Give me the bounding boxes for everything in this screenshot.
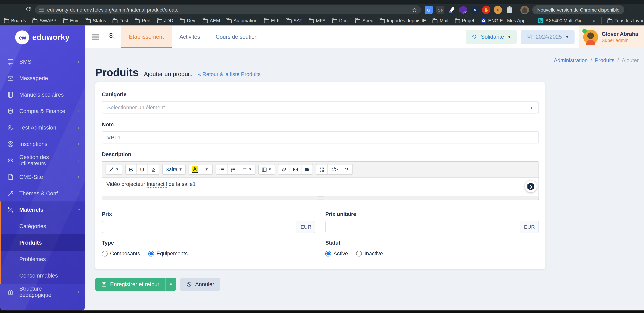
radio-inactive[interactable]: Inactive (356, 250, 383, 256)
chrome-update-button[interactable]: Nouvelle version de Chrome disponible (532, 5, 624, 14)
bookmark-item[interactable]: Mail (433, 18, 448, 23)
tab-etablissement[interactable]: Établissement (121, 26, 172, 48)
sidebar-item-inscriptions[interactable]: Inscriptions‹ (0, 136, 85, 152)
radio-active[interactable]: Active (325, 250, 348, 256)
bookmark-item[interactable]: Boards (4, 18, 26, 23)
pen-extension-icon[interactable] (448, 6, 456, 14)
name-input[interactable] (102, 131, 539, 144)
bookmark-item[interactable]: Test (112, 18, 128, 23)
forward-icon[interactable]: → (14, 7, 22, 13)
bookmark-star-icon[interactable]: ☆ (412, 7, 417, 13)
bookmark-item[interactable]: Spec (356, 18, 373, 23)
radio-equipements[interactable]: Équipements (148, 250, 188, 256)
code-view-button[interactable]: </> (328, 164, 341, 174)
paragraph-align-button[interactable]: ▼ (239, 164, 255, 174)
bookmark-item[interactable]: JDD (157, 18, 173, 23)
sidebar-item-messagerie[interactable]: Messagerie (0, 70, 85, 86)
radio-composants[interactable]: Composants (102, 250, 140, 256)
bookmark-item[interactable]: Dev. (180, 18, 196, 23)
bookmark-item[interactable]: SWAPP (32, 18, 56, 23)
adblock-extension-icon[interactable]: ✋ (482, 6, 490, 14)
sidebar-item-categories[interactable]: Catégories (1, 218, 85, 234)
extensions-puzzle-icon[interactable] (505, 6, 513, 14)
bookmark-item[interactable]: Perf (135, 18, 150, 23)
sidebar-item-sms[interactable]: SMS‹ (0, 54, 85, 70)
radio-active-input[interactable] (325, 250, 331, 256)
sidebar-item-materiels[interactable]: Matériels‹ (1, 201, 85, 218)
extension-overlay-button[interactable]: ❯ (525, 180, 537, 192)
save-dropdown-caret[interactable]: ▼ (165, 278, 176, 290)
selenium-extension-icon[interactable]: Se (436, 6, 444, 14)
save-button[interactable]: Enregistrer et retour ▼ (95, 278, 176, 290)
sidebar-item-themes[interactable]: Thèmes & Conf.‹ (0, 185, 85, 201)
radio-inactive-input[interactable] (356, 250, 362, 256)
bookmark-item-engie[interactable]: ENGIE - Mes Appli... (481, 18, 532, 23)
site-settings-icon[interactable] (39, 8, 44, 12)
sidebar-item-problemes[interactable]: Problèmes (1, 251, 85, 267)
translate-extension-icon[interactable]: G (425, 6, 433, 14)
unit-price-input[interactable] (325, 221, 520, 233)
radio-equipements-input[interactable] (148, 250, 154, 256)
sidebar-item-test-admission[interactable]: Test Admission‹ (0, 119, 85, 136)
reload-icon[interactable] (26, 6, 31, 14)
bold-button[interactable]: B (126, 164, 137, 174)
price-input[interactable] (102, 221, 297, 233)
all-bookmarks-button[interactable]: Tous les favoris (608, 18, 644, 23)
sidebar-item-consommables[interactable]: Consommables (1, 267, 85, 284)
magic-style-button[interactable]: ▼ (106, 164, 122, 174)
url-bar[interactable]: eduworky-demo-env.ftdev.org/admin/materi… (35, 5, 421, 14)
tampermonkey-extension-icon[interactable]: 26 (459, 6, 467, 14)
bookmark-item[interactable]: SAT (286, 18, 302, 23)
user-menu[interactable]: Glover Abraha Super admin (579, 26, 644, 48)
cookie-extension-icon[interactable]: ● (494, 6, 502, 14)
bookmark-item[interactable]: MFA (309, 18, 326, 23)
bookmark-item[interactable]: Projet (455, 18, 474, 23)
bookmark-item-router[interactable]: tpAX5400 Multi-Gig... (538, 18, 586, 23)
ordered-list-button[interactable] (228, 164, 239, 174)
table-button[interactable]: ▼ (258, 164, 274, 174)
campus-selector-button[interactable]: Solidarité▼ (466, 30, 517, 44)
url-text[interactable]: eduworky-demo-env.ftdev.org/admin/materi… (47, 7, 409, 13)
dark-extension-icon[interactable]: > (471, 6, 479, 14)
tab-activites[interactable]: Activités (172, 26, 208, 48)
bookmark-item[interactable]: Importés depuis IE (380, 18, 426, 23)
bookmarks-overflow-chevron[interactable]: » (593, 18, 596, 23)
cancel-button[interactable]: Annuler (180, 278, 220, 290)
bookmark-item[interactable]: Env. (63, 18, 79, 23)
breadcrumb-administration[interactable]: Administration (554, 57, 588, 63)
underline-button[interactable]: U (137, 164, 148, 174)
sidebar-item-gestion-utilisateurs[interactable]: Gestion des utilisateurs‹ (0, 152, 85, 169)
category-select[interactable]: Selectionner un élément ▼ (102, 101, 539, 114)
hamburger-menu-icon[interactable] (92, 34, 100, 39)
help-button[interactable]: ? (341, 164, 352, 174)
bookmark-item[interactable]: ELK (264, 18, 280, 23)
unordered-list-button[interactable] (216, 164, 228, 174)
fullscreen-button[interactable] (316, 164, 328, 174)
back-to-list-link[interactable]: « Retour à la liste Produits (198, 71, 260, 77)
search-zoom-icon[interactable] (108, 32, 116, 42)
chrome-profile-avatar[interactable] (520, 6, 529, 14)
font-family-dropdown[interactable]: Saira▼ (162, 164, 185, 174)
bookmark-item[interactable]: Doc. (332, 18, 349, 23)
sidebar-item-compta[interactable]: Compta & Finance‹ (0, 103, 85, 119)
bookmark-item[interactable]: Status (86, 18, 106, 23)
brand-logo[interactable]: ew eduworky (0, 26, 85, 49)
font-color-caret[interactable]: ▼ (201, 164, 212, 174)
bookmark-item[interactable]: AEM (203, 18, 220, 23)
school-year-selector[interactable]: 2024/2025▼ (521, 30, 575, 44)
sidebar-item-structure-pedagogique[interactable]: Structure pédagogique‹ (0, 284, 85, 300)
description-textarea[interactable]: Vidéo projecteur Intéractif de la salle1 (102, 178, 538, 196)
tab-cours-de-soutien[interactable]: Cours de soutien (208, 26, 265, 48)
picture-button[interactable] (290, 164, 301, 174)
sidebar-item-manuels[interactable]: Manuels scolaires (0, 86, 85, 103)
radio-composants-input[interactable] (102, 250, 108, 256)
font-color-button[interactable]: A (189, 164, 201, 174)
breadcrumb-produits[interactable]: Produits (595, 57, 614, 63)
chrome-menu-icon[interactable]: ⋮ (628, 9, 632, 11)
bookmark-item[interactable]: Automation (226, 18, 258, 23)
sidebar-item-produits[interactable]: Produits (1, 234, 85, 251)
back-icon[interactable]: ← (3, 7, 11, 13)
link-button[interactable] (278, 164, 290, 174)
editor-resize-bar[interactable] (102, 196, 538, 200)
clear-format-button[interactable] (148, 164, 159, 174)
